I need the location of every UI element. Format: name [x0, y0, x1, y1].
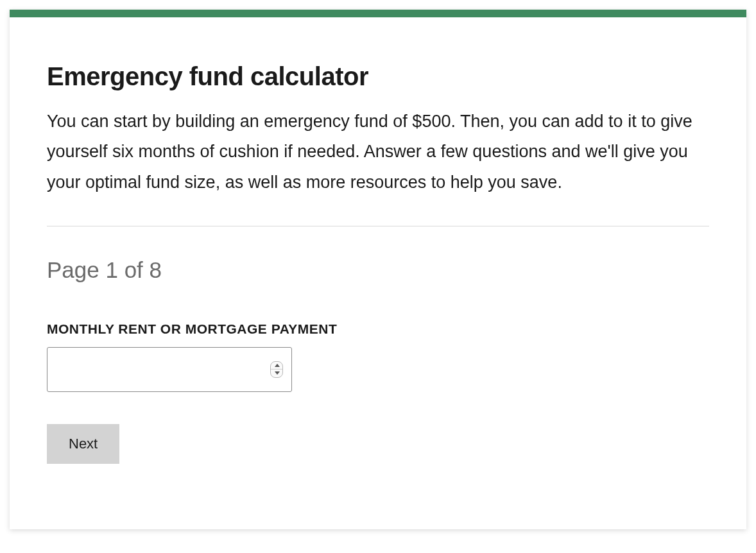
chevron-up-icon: [275, 362, 280, 368]
rent-mortgage-input-wrap: [47, 347, 292, 392]
next-button[interactable]: Next: [47, 424, 119, 464]
rent-mortgage-label: MONTHLY RENT OR MORTGAGE PAYMENT: [47, 321, 709, 337]
stepper-up-button[interactable]: [271, 362, 283, 370]
stepper-down-button[interactable]: [271, 370, 283, 377]
chevron-down-icon: [275, 370, 280, 376]
page-indicator: Page 1 of 8: [47, 257, 709, 283]
page-description: You can start by building an emergency f…: [47, 106, 709, 198]
page-title: Emergency fund calculator: [47, 62, 709, 91]
calculator-card: Emergency fund calculator You can start …: [10, 10, 746, 529]
rent-mortgage-input[interactable]: [47, 347, 292, 392]
section-divider: [47, 226, 709, 226]
number-stepper: [270, 361, 283, 378]
